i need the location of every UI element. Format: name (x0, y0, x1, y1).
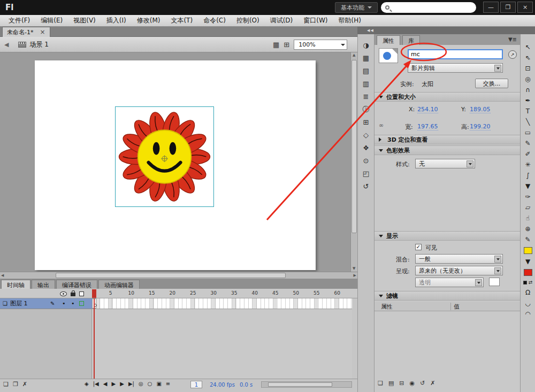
restore-button[interactable]: ❐ (500, 2, 516, 13)
y-value[interactable]: 189.05 (470, 106, 491, 113)
color-panel-icon[interactable]: ◑ (363, 42, 369, 49)
edit-multiple-frames-button[interactable]: ▣ (156, 381, 161, 387)
snap-magnet-icon[interactable]: Ω (525, 289, 530, 296)
playhead[interactable] (92, 289, 96, 298)
section-filters[interactable]: 滤镜 (374, 291, 520, 301)
swatches-panel-icon[interactable]: ▦ (363, 55, 369, 62)
black-white-icon[interactable] (523, 281, 527, 285)
vertical-scroll-thumb[interactable] (351, 60, 357, 233)
brush-tool[interactable]: ✐ (525, 151, 530, 157)
subselection-tool[interactable]: ⇖ (525, 55, 530, 61)
rectangle-tool[interactable]: ▭ (525, 129, 531, 136)
outline-layers-icon[interactable] (79, 291, 84, 296)
3d-rotation-tool[interactable]: ◎ (525, 76, 530, 82)
collapse-panels-icon[interactable]: ◀◀ (367, 28, 374, 33)
timeline-ruler[interactable]: 51015202530354045505560 (0, 289, 357, 298)
center-frame-button[interactable]: ◈ (85, 381, 89, 387)
tab-properties[interactable]: 属性 (377, 35, 400, 45)
tab-output[interactable]: 输出 (32, 280, 55, 289)
filter-presets-icon[interactable]: ▤ (388, 380, 394, 387)
section-color-effect[interactable]: 色彩效果 (374, 145, 520, 155)
deco-tool[interactable]: ✳ (525, 162, 530, 168)
smooth-option-icon[interactable]: ◡ (525, 300, 530, 306)
scene-breadcrumb[interactable]: 场景 1 (18, 40, 48, 49)
scroll-down-icon[interactable]: ▼ (353, 267, 355, 271)
edit-scene-icon[interactable]: ▦ (273, 41, 279, 49)
render-select[interactable]: 原来的（无更改） (415, 266, 503, 275)
layer-outline-color-swatch[interactable] (79, 301, 84, 306)
menu-text[interactable]: 文本(T) (165, 16, 198, 25)
frame-rate-field[interactable]: 24.00 fps (210, 382, 235, 388)
menu-insert[interactable]: 插入(I) (101, 16, 132, 25)
prev-frame-button[interactable]: ◀ (103, 381, 108, 387)
filter-clipboard-icon[interactable]: ⊟ (399, 380, 404, 387)
enable-filter-icon[interactable]: ◉ (410, 380, 415, 387)
new-layer-button[interactable]: ❏ (3, 381, 9, 388)
x-value[interactable]: 254.10 (417, 106, 438, 113)
menu-view[interactable]: 视图(V) (68, 16, 101, 25)
next-frame-button[interactable]: ▶ (120, 381, 124, 387)
layer-lock-dot[interactable]: • (71, 300, 75, 307)
instance-options-icon[interactable]: ↗ (508, 50, 517, 59)
search-box[interactable] (381, 2, 476, 13)
zoom-tool[interactable]: ⊕ (525, 226, 530, 232)
show-hide-layers-icon[interactable] (60, 291, 67, 296)
scroll-up-icon[interactable]: ▲ (353, 53, 355, 57)
flower-instance[interactable] (116, 107, 213, 206)
tab-motion-editor[interactable]: 动画编辑器 (98, 280, 140, 289)
components-panel-icon[interactable]: ⊙ (363, 157, 369, 164)
eyedropper-tool[interactable]: ✑ (525, 194, 530, 200)
menu-help[interactable]: 帮助(H) (333, 16, 366, 25)
info-panel-icon[interactable]: ⓘ (363, 106, 370, 113)
paint-bucket-tool[interactable]: ▼ (525, 183, 530, 189)
menu-modify[interactable]: 修改(M) (132, 16, 166, 25)
eraser-tool[interactable]: ▱ (525, 204, 530, 211)
align-panel-icon[interactable]: ⊞ (363, 119, 369, 126)
back-arrow-icon[interactable]: ◀ (4, 41, 9, 48)
layer-frames-track[interactable] (92, 298, 352, 309)
timeline-scroll-thumb[interactable] (268, 382, 332, 387)
menu-control[interactable]: 控制(O) (231, 16, 265, 25)
style-select[interactable]: 无 (415, 159, 475, 168)
bone-tool[interactable]: ∫ (526, 172, 529, 179)
stroke-color-swatch[interactable] (524, 247, 532, 254)
scroll-left-icon[interactable]: ◀ (1, 274, 4, 278)
onion-skin-button[interactable]: ◎ (139, 381, 143, 387)
layer-visibility-dot[interactable]: • (62, 300, 66, 307)
tab-library[interactable]: 库 (402, 35, 420, 45)
straighten-option-icon[interactable]: ◠ (525, 311, 530, 317)
symbol-behavior-select[interactable]: 影片剪辑 (408, 63, 503, 73)
onion-skin-outlines-button[interactable]: ○ (148, 381, 152, 387)
lock-aspect-ratio-icon[interactable]: ∞ (379, 122, 384, 129)
width-value[interactable]: 197.65 (417, 123, 438, 130)
horizontal-scroll-thumb[interactable] (56, 273, 286, 278)
history-panel-icon[interactable]: ↺ (363, 183, 369, 190)
stage[interactable] (0, 52, 350, 272)
section-3d-position[interactable]: 3D 定位和查看 (374, 135, 520, 144)
menu-commands[interactable]: 命令(C) (198, 16, 231, 25)
panel-menu-icon[interactable]: ▼≣ (508, 36, 517, 42)
line-tool[interactable]: ╲ (526, 119, 530, 125)
code-snippets-panel-icon[interactable]: ❖ (363, 144, 369, 151)
actions-panel-icon[interactable]: ≣ (363, 93, 369, 100)
timeline-scrollbar[interactable] (261, 381, 352, 388)
first-frame-button[interactable]: |◀ (93, 381, 99, 387)
lock-layers-icon[interactable] (71, 293, 75, 296)
fill-color-swatch[interactable] (524, 269, 532, 276)
layer-row[interactable]: ❏ 图层 1 ✎ • • (0, 298, 92, 309)
zoom-level-select[interactable]: 100% (294, 40, 347, 50)
swap-colors-icon[interactable]: ⇄ (529, 280, 533, 285)
add-filter-icon[interactable]: ❏ (378, 380, 383, 387)
menu-edit[interactable]: 编辑(E) (35, 16, 68, 25)
project-panel-icon[interactable]: ▥ (363, 80, 369, 87)
hand-tool[interactable]: ☝ (526, 215, 530, 221)
layer-name[interactable]: 图层 1 (10, 299, 28, 308)
tab-compiler-errors[interactable]: 编译器错误 (56, 280, 97, 289)
pen-tool[interactable]: ✒ (525, 97, 530, 104)
reset-filter-icon[interactable]: ↺ (420, 380, 425, 387)
play-button[interactable]: ▶ (111, 381, 116, 387)
menu-window[interactable]: 窗口(W) (298, 16, 333, 25)
motion-presets-panel-icon[interactable]: ▤ (363, 67, 369, 74)
delete-filter-icon[interactable]: ✗ (430, 380, 435, 387)
minimize-button[interactable]: — (483, 2, 499, 13)
